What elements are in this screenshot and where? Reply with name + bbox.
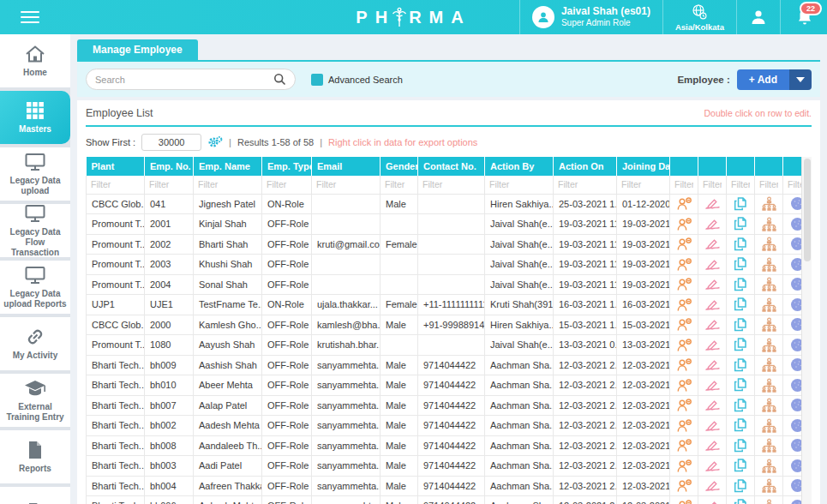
copy-document-icon[interactable] <box>727 194 755 214</box>
table-row[interactable]: Promount T...2002Bharti ShahOFF-Rolekrut… <box>87 234 812 255</box>
search-icon[interactable] <box>273 73 286 86</box>
column-header[interactable]: Plant <box>87 157 145 176</box>
column-header[interactable]: Contact No. <box>418 157 485 176</box>
user-remove-icon[interactable] <box>670 335 698 356</box>
filter-input[interactable] <box>698 176 726 194</box>
org-chart-icon[interactable] <box>755 496 783 504</box>
filter-input[interactable] <box>670 176 698 194</box>
user-remove-icon[interactable] <box>670 395 698 416</box>
signature-icon[interactable] <box>698 274 727 295</box>
signature-icon[interactable] <box>698 435 727 456</box>
signature-icon[interactable] <box>698 234 727 255</box>
user-remove-icon[interactable] <box>670 234 698 255</box>
add-employee-button[interactable]: + Add <box>737 69 789 90</box>
sidebar-item-masters[interactable]: Masters <box>0 91 70 144</box>
table-row[interactable]: Bharti Tech...bh006Aakash MehtaOFF-Roles… <box>87 496 812 504</box>
search-box[interactable] <box>86 69 296 90</box>
column-header[interactable]: Email <box>312 157 381 176</box>
column-header[interactable]: Emp. No. <box>145 157 194 176</box>
org-chart-icon[interactable] <box>755 435 783 456</box>
user-remove-icon[interactable] <box>670 315 698 335</box>
signature-icon[interactable] <box>698 214 727 235</box>
advanced-search-checkbox[interactable] <box>311 74 323 86</box>
signature-icon[interactable] <box>698 295 727 315</box>
signature-icon[interactable] <box>698 315 727 335</box>
org-chart-icon[interactable] <box>755 375 783 396</box>
settings-gears-icon[interactable] <box>207 135 223 149</box>
user-remove-icon[interactable] <box>670 416 698 436</box>
signature-icon[interactable] <box>698 416 727 436</box>
signature-icon[interactable] <box>698 395 727 416</box>
copy-document-icon[interactable] <box>727 234 755 255</box>
filter-input[interactable] <box>617 176 669 194</box>
signature-icon[interactable] <box>698 496 727 504</box>
table-row[interactable]: Promount T...2004Sonal ShahOFF-RoleJaiva… <box>87 274 812 295</box>
sidebar-item-legacy-data-upload[interactable]: Legacy Data upload <box>0 147 70 201</box>
user-remove-icon[interactable] <box>670 375 698 396</box>
signature-icon[interactable] <box>698 375 727 396</box>
signature-icon[interactable] <box>698 194 727 214</box>
sidebar-item-home[interactable]: Home <box>0 34 70 87</box>
filter-input[interactable] <box>312 176 380 194</box>
sidebar-item-my-activity[interactable]: My Activity <box>0 317 70 370</box>
org-chart-icon[interactable] <box>755 274 783 295</box>
org-chart-icon[interactable] <box>755 315 783 335</box>
sidebar-item-legacy-data-upload-reports[interactable]: Legacy Data upload Reports <box>0 261 70 314</box>
filter-input[interactable] <box>727 176 754 194</box>
column-header[interactable]: Action On <box>554 157 617 176</box>
copy-document-icon[interactable] <box>727 456 755 477</box>
signature-icon[interactable] <box>698 335 727 356</box>
table-row[interactable]: Bharti Tech...bh004Aafreen ThakkarOFF-Ro… <box>87 476 812 496</box>
copy-document-icon[interactable] <box>727 375 755 396</box>
table-row[interactable]: Bharti Tech...bh003Aadi PatelOFF-Rolesan… <box>87 456 812 477</box>
column-header[interactable]: Emp. Name <box>194 157 262 176</box>
filter-input[interactable] <box>554 176 616 194</box>
table-row[interactable]: Bharti Tech...bh010Abeer MehtaOFF-Rolesa… <box>87 375 812 396</box>
show-first-input[interactable] <box>141 134 201 151</box>
table-row[interactable]: Bharti Tech...bh009Aashish ShahOFF-Roles… <box>87 355 812 375</box>
table-row[interactable]: CBCC Glob...2000Kamlesh Gho...OFF-Roleka… <box>87 315 812 335</box>
org-chart-icon[interactable] <box>755 416 783 436</box>
user-remove-icon[interactable] <box>670 435 698 456</box>
user-profile[interactable]: Jaival Shah (es01) Super Admin Role <box>519 0 662 34</box>
vertical-scrollbar[interactable] <box>801 157 812 504</box>
org-chart-icon[interactable] <box>755 355 783 375</box>
signature-icon[interactable] <box>698 255 727 275</box>
table-row[interactable]: Promount T...2003Khushi ShahOFF-RoleJaiv… <box>87 255 812 275</box>
sidebar-item-legacy-data-flow-transaction[interactable]: Legacy Data Flow Transaction <box>0 204 70 257</box>
user-remove-icon[interactable] <box>670 214 698 235</box>
org-chart-icon[interactable] <box>755 234 783 255</box>
user-remove-icon[interactable] <box>670 255 698 275</box>
filter-input[interactable] <box>755 176 782 194</box>
table-row[interactable]: Promount T...1080Aayush ShahOFF-Rolekrut… <box>87 335 812 356</box>
copy-document-icon[interactable] <box>727 496 755 504</box>
copy-document-icon[interactable] <box>727 335 755 356</box>
table-row[interactable]: UJP1UJE1TestFname Te...ON-Roleujala.thak… <box>87 295 812 315</box>
user-remove-icon[interactable] <box>670 476 698 496</box>
hamburger-menu-icon[interactable] <box>0 0 60 34</box>
org-chart-icon[interactable] <box>755 255 783 275</box>
table-row[interactable]: Bharti Tech...bh002Aadesh MehtaOFF-Roles… <box>87 416 812 436</box>
sidebar-item-extra[interactable] <box>0 487 70 504</box>
table-row[interactable]: Bharti Tech...bh007Aalap PatelOFF-Rolesa… <box>87 395 812 416</box>
user-remove-icon[interactable] <box>670 194 698 214</box>
copy-document-icon[interactable] <box>727 416 755 436</box>
user-remove-icon[interactable] <box>670 295 698 315</box>
table-row[interactable]: CBCC Glob...041Jignesh PatelON-RoleMaleH… <box>87 194 812 214</box>
user-remove-icon[interactable] <box>670 274 698 295</box>
copy-document-icon[interactable] <box>727 315 755 335</box>
table-row[interactable]: Bharti Tech...bh008Aandaleeb Th...OFF-Ro… <box>87 435 812 456</box>
signature-icon[interactable] <box>698 476 727 496</box>
user-remove-icon[interactable] <box>670 355 698 375</box>
org-chart-icon[interactable] <box>755 395 783 416</box>
notifications-button[interactable]: 22 <box>780 0 827 34</box>
org-chart-icon[interactable] <box>755 295 783 315</box>
copy-document-icon[interactable] <box>727 274 755 295</box>
column-header[interactable]: Action By <box>485 157 554 176</box>
copy-document-icon[interactable] <box>727 295 755 315</box>
user-remove-icon[interactable] <box>670 496 698 504</box>
filter-input[interactable] <box>262 176 311 194</box>
scrollbar-thumb[interactable] <box>804 159 811 261</box>
filter-input[interactable] <box>381 176 417 194</box>
profile-button[interactable] <box>736 0 780 34</box>
